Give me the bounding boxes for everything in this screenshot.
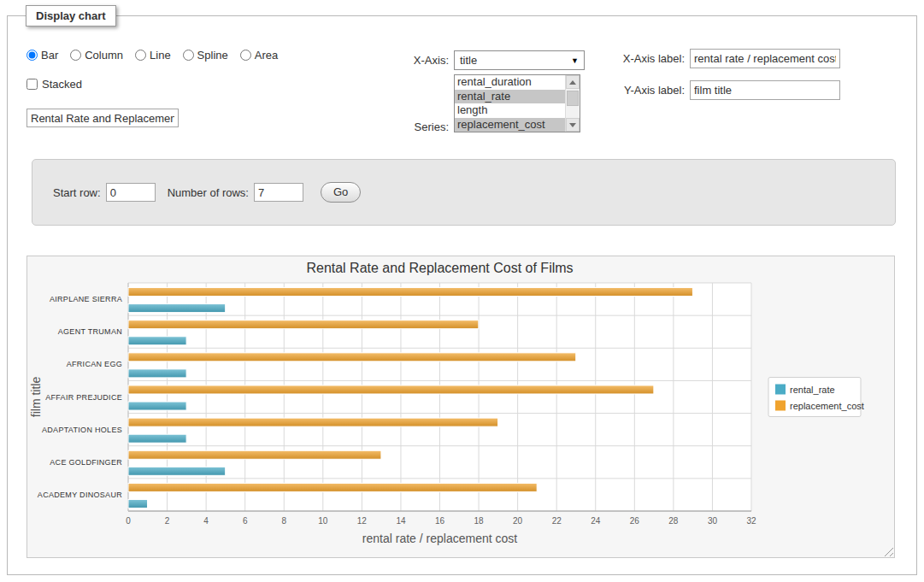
x-tick-label: 32 xyxy=(746,516,756,526)
chart-type-column-radio[interactable] xyxy=(70,50,81,61)
chart-type-column-label: Column xyxy=(85,49,123,62)
start-row-input[interactable] xyxy=(106,183,156,202)
display-chart-panel: Display chart BarColumnLineSplineArea St… xyxy=(7,15,917,575)
bar-replacement_cost[interactable] xyxy=(128,483,537,491)
series-option-rental-rate[interactable]: rental_rate xyxy=(455,90,565,104)
x-tick-label: 0 xyxy=(126,516,131,526)
chart-title-input[interactable] xyxy=(26,109,179,127)
bar-replacement_cost[interactable] xyxy=(128,320,479,329)
y-axis-title: film title xyxy=(29,377,43,418)
series-label: Series: xyxy=(375,121,449,133)
x-axis-select-label: X-Axis: xyxy=(375,54,449,67)
x-tick-label: 20 xyxy=(513,516,523,526)
x-tick-label: 28 xyxy=(668,516,679,526)
x-tick-label: 30 xyxy=(708,516,718,526)
scroll-up-button[interactable] xyxy=(566,75,580,89)
x-tick-label: 2 xyxy=(165,516,170,526)
chart-type-bar: Bar xyxy=(26,49,58,62)
bar-rental_rate[interactable] xyxy=(128,402,186,410)
series-option-length[interactable]: length xyxy=(455,103,565,118)
rows-panel: Start row: Number of rows: Go xyxy=(32,159,896,226)
panel-legend: Display chart xyxy=(26,5,116,26)
bar-rental_rate[interactable] xyxy=(128,467,226,475)
chart-type-line-radio[interactable] xyxy=(135,50,146,61)
stacked-label: Stacked xyxy=(42,78,82,91)
y-axis-label-input[interactable] xyxy=(690,80,840,100)
chart-type-area: Area xyxy=(240,49,278,62)
bar-rental_rate[interactable] xyxy=(128,499,148,508)
x-tick-label: 10 xyxy=(318,516,328,526)
chart-panel: 02468101214161820222426283032AIRPLANE SI… xyxy=(26,256,895,558)
x-tick-label: 26 xyxy=(630,516,640,526)
chart-type-area-radio[interactable] xyxy=(240,50,251,61)
go-button[interactable]: Go xyxy=(321,182,361,203)
y-axis-label-label: Y-Axis label: xyxy=(606,84,685,97)
scrollbar-thumb[interactable] xyxy=(567,91,579,106)
number-of-rows-label: Number of rows: xyxy=(168,186,249,199)
chevron-down-icon: ▼ xyxy=(571,56,579,65)
bar-rental_rate[interactable] xyxy=(128,369,186,378)
category-label: AFFAIR PREJUDICE xyxy=(45,393,122,402)
category-label: AIRPLANE SIERRA xyxy=(50,295,122,303)
x-tick-label: 12 xyxy=(357,516,368,526)
bar-replacement_cost[interactable] xyxy=(128,385,654,394)
series-option-rental-duration[interactable]: rental_duration xyxy=(455,75,565,90)
category-label: ACE GOLDFINGER xyxy=(50,458,122,467)
category-label: AGENT TRUMAN xyxy=(58,327,122,336)
bar-rental_rate[interactable] xyxy=(128,304,226,313)
x-axis-label-input[interactable] xyxy=(690,49,840,68)
legend-box xyxy=(768,378,861,417)
x-tick-label: 24 xyxy=(591,516,601,526)
chart-type-column: Column xyxy=(70,49,123,62)
bar-rental_rate[interactable] xyxy=(128,337,186,345)
bar-replacement_cost[interactable] xyxy=(128,450,381,459)
chart-type-bar-radio[interactable] xyxy=(26,50,38,61)
bar-replacement_cost[interactable] xyxy=(128,353,576,362)
number-of-rows-input[interactable] xyxy=(254,183,303,202)
chart-type-line-label: Line xyxy=(150,49,171,62)
x-tick-label: 6 xyxy=(243,516,248,526)
bar-replacement_cost[interactable] xyxy=(128,418,498,426)
x-tick-label: 22 xyxy=(552,516,562,526)
chart-type-bar-label: Bar xyxy=(41,49,58,62)
scrollbar-track[interactable] xyxy=(566,89,580,118)
chart-type-radio-group: BarColumnLineSplineArea xyxy=(26,49,290,62)
x-tick-label: 14 xyxy=(396,516,406,526)
x-tick-label: 16 xyxy=(435,516,445,526)
x-tick-label: 4 xyxy=(203,516,209,526)
chart-type-spline-radio[interactable] xyxy=(183,50,194,61)
bar-rental_rate[interactable] xyxy=(128,434,186,443)
x-tick-label: 8 xyxy=(281,516,286,526)
series-listbox[interactable]: rental_duration rental_rate length repla… xyxy=(454,74,580,132)
chart-type-spline-label: Spline xyxy=(197,49,228,62)
bar-replacement_cost[interactable] xyxy=(128,288,692,297)
svg-text:rental_rate: rental_rate xyxy=(790,385,835,395)
legend-item-rental_rate[interactable]: rental_rate xyxy=(775,385,835,395)
category-label: ACADEMY DINOSAUR xyxy=(38,491,122,499)
series-scrollbar[interactable] xyxy=(565,75,580,132)
arrow-up-icon xyxy=(569,80,576,85)
x-axis-label-label: X-Axis label: xyxy=(606,52,685,65)
start-row-label: Start row: xyxy=(53,186,101,199)
arrow-down-icon xyxy=(569,123,576,127)
stacked-checkbox[interactable] xyxy=(26,79,38,90)
series-option-replacement-cost[interactable]: replacement_cost xyxy=(455,118,565,132)
chart-title: Rental Rate and Replacement Cost of Film… xyxy=(306,261,573,275)
chart-type-line: Line xyxy=(135,49,171,62)
series-options: rental_duration rental_rate length repla… xyxy=(455,75,565,132)
scroll-down-button[interactable] xyxy=(566,118,580,132)
svg-text:replacement_cost: replacement_cost xyxy=(790,401,864,411)
x-axis-select-value: title xyxy=(460,54,477,67)
chart-svg: 02468101214161820222426283032AIRPLANE SI… xyxy=(27,256,894,556)
x-tick-label: 18 xyxy=(474,516,485,526)
chart-type-spline: Spline xyxy=(183,49,228,62)
x-axis-title: rental rate / replacement cost xyxy=(362,532,517,545)
x-axis-select[interactable]: title ▼ xyxy=(454,50,585,70)
category-label: AFRICAN EGG xyxy=(67,360,122,368)
category-label: ADAPTATION HOLES xyxy=(42,426,122,434)
chart-type-area-label: Area xyxy=(255,49,278,62)
stacked-row: Stacked xyxy=(26,78,82,91)
